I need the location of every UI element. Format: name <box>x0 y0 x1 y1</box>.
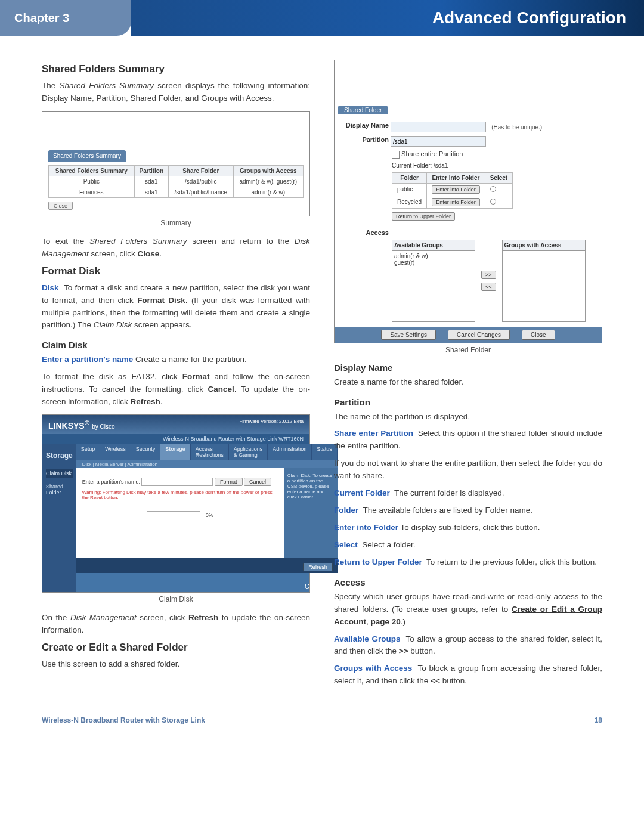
para-claim1: Enter a partition's name Create a name f… <box>42 354 310 366</box>
format-button[interactable]: Format <box>215 478 243 486</box>
partition-name-input[interactable] <box>141 478 213 486</box>
folder-name: public <box>392 183 427 196</box>
brand-text: LINKSYS <box>48 421 85 431</box>
model-bar: Wireless-N Broadband Router with Storage… <box>42 434 309 444</box>
para-dn: Create a name for the shared folder. <box>334 376 602 389</box>
cancel-button[interactable]: Cancel <box>244 478 271 486</box>
footer-bar: Refresh <box>76 558 338 573</box>
cell: /sda1/public <box>168 176 233 187</box>
subtabs: Disk | Media Server | Administration <box>76 460 338 468</box>
side-nav: Storage Claim Disk Shared Folder <box>42 444 76 592</box>
move-left-button[interactable]: << <box>481 283 496 291</box>
cell: sda1 <box>134 187 168 197</box>
sf-bottom-bar: Save Settings Cancel Changes Close <box>335 327 602 343</box>
cell: /sda1/public/finance <box>168 187 233 197</box>
cell: sda1 <box>134 176 168 187</box>
heading-create-edit: Create or Edit a Shared Folder <box>42 642 310 654</box>
table-row: Public sda1 /sda1/public admin(r & w), g… <box>49 176 304 187</box>
cancel-changes-button[interactable]: Cancel Changes <box>448 330 510 340</box>
save-settings-button[interactable]: Save Settings <box>381 330 436 340</box>
folder-name: Recycled <box>392 196 427 208</box>
chapter-label: Chapter 3 <box>0 0 131 36</box>
tab-security[interactable]: Security <box>131 444 161 460</box>
footer-product: Wireless-N Broadband Router with Storage… <box>42 716 205 724</box>
table-row: Finances sda1 /sda1/public/finance admin… <box>49 187 304 197</box>
tab-admin[interactable]: Administration <box>268 444 312 460</box>
col-partition: Partition <box>134 165 168 176</box>
para-share2: If you do not want to share the entire p… <box>334 457 602 482</box>
para-claim2: To format the disk as FAT32, click Forma… <box>42 371 310 408</box>
summary-table: Shared Folders Summary Partition Share F… <box>48 165 304 198</box>
heading-display-name: Display Name <box>334 363 602 373</box>
close-button[interactable]: Close <box>48 202 73 210</box>
claim-body: Enter a partition's name: Format Cancel … <box>76 468 284 558</box>
brand-area: LINKSYS® by Cisco Firmware Version: 2.0.… <box>42 415 309 434</box>
cell: admin(r & w), guest(r) <box>233 176 303 187</box>
heading-claim-disk: Claim Disk <box>42 340 310 350</box>
progress-pct: 0% <box>206 512 213 518</box>
para-format: Disk To format a disk and create a new p… <box>42 282 310 332</box>
list-item[interactable]: guest(r) <box>394 259 473 266</box>
refresh-button[interactable]: Refresh <box>303 563 333 571</box>
nav-storage-label: Storage <box>46 450 73 462</box>
nav-item-claim-disk[interactable]: Claim Disk <box>46 469 73 478</box>
groups-with-access-list[interactable] <box>502 250 586 322</box>
help-panel: Claim Disk: To create a partition on the… <box>284 468 338 558</box>
return-upper-button[interactable]: Return to Upper Folder <box>392 212 455 221</box>
para-exit: To exit the Shared Folders Summary scree… <box>42 236 310 261</box>
heading-access: Access <box>334 577 602 587</box>
enter-partition-label: Enter a partition's name: <box>82 479 140 485</box>
share-entire-checkbox[interactable] <box>392 151 400 159</box>
left-column: Shared Folders Summary The Shared Folder… <box>42 60 310 692</box>
page-header: Chapter 3 Advanced Configuration <box>0 0 644 36</box>
table-row: Recycled Enter into Folder <box>392 196 513 208</box>
heading-partition: Partition <box>334 397 602 407</box>
page-footer: Wireless-N Broadband Router with Storage… <box>0 692 644 724</box>
display-name-label: Display Name <box>338 122 389 129</box>
right-column: Shared Folder Display Name (Has to be un… <box>334 60 602 692</box>
th-folder: Folder <box>392 172 427 183</box>
format-warning: Warning: Formatting Disk may take a few … <box>82 490 278 500</box>
enter-folder-button[interactable]: Enter into Folder <box>432 198 480 206</box>
tab-setup[interactable]: Setup <box>76 444 101 460</box>
select-radio[interactable] <box>490 186 496 192</box>
tab-access[interactable]: Access Restrictions <box>191 444 229 460</box>
para-acc: Specify which user groups have read-and-… <box>334 591 602 628</box>
display-name-input[interactable] <box>391 122 486 132</box>
close-button[interactable]: Close <box>522 330 555 340</box>
tab-apps[interactable]: Applications & Gaming <box>229 444 268 460</box>
enter-folder-button[interactable]: Enter into Folder <box>432 185 480 194</box>
th-enter: Enter into Folder <box>427 172 485 183</box>
move-right-button[interactable]: >> <box>481 271 496 279</box>
para-enter: Enter into Folder To display sub-folders… <box>334 522 602 534</box>
tab-storage[interactable]: Storage <box>160 444 191 460</box>
nav-item-shared-folder[interactable]: Shared Folder <box>46 482 73 497</box>
current-folder-label: Current Folder: /sda1 <box>392 162 598 169</box>
partition-input[interactable] <box>391 136 486 147</box>
para-part: The name of the partition is displayed. <box>334 411 602 423</box>
page-title: Advanced Configuration <box>131 0 644 36</box>
partition-label: Partition <box>338 136 389 143</box>
cisco-bars-icon: ılıılı <box>314 575 332 583</box>
para-sfs-intro: The Shared Folders Summary screen displa… <box>42 80 310 105</box>
caption-shared-folder: Shared Folder <box>334 346 602 354</box>
cisco-logo: ılıılı CISCO <box>76 573 338 592</box>
para-gw: Groups with Access To block a group from… <box>334 662 602 688</box>
tab-wireless[interactable]: Wireless <box>100 444 131 460</box>
col-sfs: Shared Folders Summary <box>49 165 135 176</box>
para-share: Share enter Partition Select this option… <box>334 428 602 453</box>
select-radio[interactable] <box>490 199 496 205</box>
folder-table: Folder Enter into Folder Select public E… <box>392 172 513 209</box>
heading-format-disk: Format Disk <box>42 265 310 277</box>
col-groups: Groups with Access <box>233 165 303 176</box>
col-share-folder: Share Folder <box>168 165 233 176</box>
available-groups-list[interactable]: admin(r & w) guest(r) <box>392 250 475 322</box>
para-after-claim: On the Disk Management screen, click Ref… <box>42 612 310 637</box>
display-name-note: (Has to be unique.) <box>491 124 542 131</box>
groups-with-access-header: Groups with Access <box>502 240 586 250</box>
para-sel: Select Select a folder. <box>334 539 602 552</box>
list-item[interactable]: admin(r & w) <box>394 253 473 259</box>
heading-shared-folders-summary: Shared Folders Summary <box>42 63 310 75</box>
cell: Public <box>49 176 135 187</box>
screenshot-shared-folder: Shared Folder Display Name (Has to be un… <box>334 60 602 343</box>
